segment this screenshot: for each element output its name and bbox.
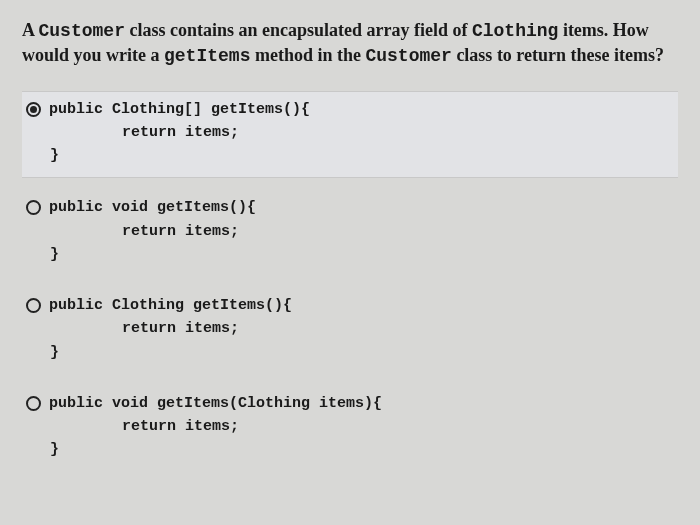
answer-option-1[interactable]: public Clothing[] getItems(){ return ite… [22, 91, 678, 179]
q-text-4: method in the [250, 45, 365, 65]
q-code-3: getItems [164, 46, 250, 66]
option-signature: public void getItems(){ [49, 196, 256, 219]
option-body: return items; } [26, 220, 674, 267]
option-body: return items; } [26, 317, 674, 364]
radio-unselected-icon [26, 200, 41, 215]
q-code-1: Customer [39, 21, 125, 41]
radio-unselected-icon [26, 298, 41, 313]
answer-option-3[interactable]: public Clothing getItems(){ return items… [22, 288, 678, 374]
option-body: return items; } [26, 121, 674, 168]
option-signature: public Clothing[] getItems(){ [49, 98, 310, 121]
option-signature: public Clothing getItems(){ [49, 294, 292, 317]
radio-unselected-icon [26, 396, 41, 411]
answer-option-4[interactable]: public void getItems(Clothing items){ re… [22, 386, 678, 472]
q-code-2: Clothing [472, 21, 558, 41]
q-text-5: class to return these items? [452, 45, 664, 65]
q-code-4: Customer [365, 46, 451, 66]
option-body: return items; } [26, 415, 674, 462]
answer-option-2[interactable]: public void getItems(){ return items; } [22, 190, 678, 276]
q-text-1: A [22, 20, 39, 40]
question-prompt: A Customer class contains an encapsulate… [22, 18, 678, 69]
radio-selected-icon [26, 102, 41, 117]
option-signature: public void getItems(Clothing items){ [49, 392, 382, 415]
q-text-2: class contains an encapsulated array fie… [125, 20, 472, 40]
